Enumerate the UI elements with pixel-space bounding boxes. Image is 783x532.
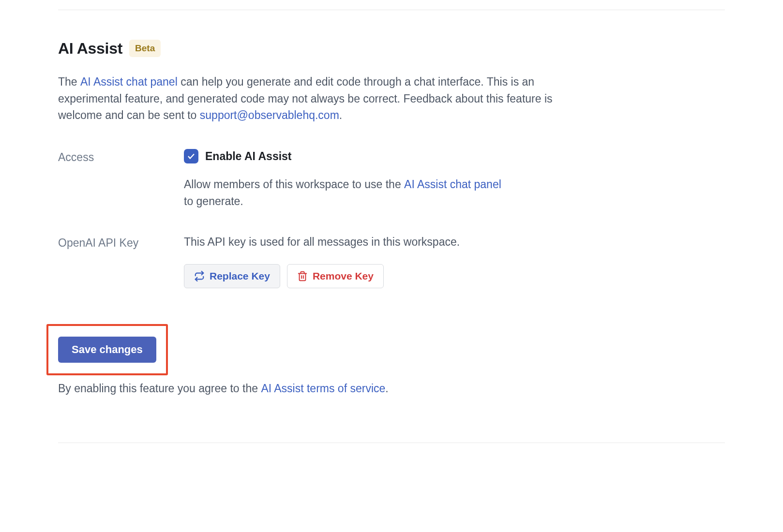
terms-suffix: . xyxy=(385,382,388,395)
api-key-hint: This API key is used for all messages in… xyxy=(184,234,503,251)
access-hint-suffix: to generate. xyxy=(184,195,243,207)
replace-key-button-label: Replace Key xyxy=(210,270,270,282)
replace-key-button[interactable]: Replace Key xyxy=(184,264,280,288)
access-label: Access xyxy=(58,148,184,166)
remove-key-button[interactable]: Remove Key xyxy=(287,264,384,288)
terms-of-service-link[interactable]: AI Assist terms of service xyxy=(261,382,385,395)
description-text-prefix: The xyxy=(58,75,80,88)
section-title: AI Assist xyxy=(58,37,122,60)
save-changes-button[interactable]: Save changes xyxy=(58,337,156,363)
access-hint-prefix: Allow members of this workspace to use t… xyxy=(184,178,404,191)
section-description: The AI Assist chat panel can help you ge… xyxy=(58,74,576,124)
support-email-link[interactable]: support@observablehq.com xyxy=(200,109,339,121)
save-button-highlight: Save changes xyxy=(46,324,168,375)
remove-key-button-label: Remove Key xyxy=(313,270,374,282)
section-divider-top xyxy=(58,10,725,10)
access-hint: Allow members of this workspace to use t… xyxy=(184,176,503,209)
ai-assist-chat-panel-link[interactable]: AI Assist chat panel xyxy=(80,75,178,88)
terms-prefix: By enabling this feature you agree to th… xyxy=(58,382,261,395)
ai-assist-chat-panel-link-2[interactable]: AI Assist chat panel xyxy=(404,178,501,191)
check-icon xyxy=(187,152,196,161)
terms-text: By enabling this feature you agree to th… xyxy=(58,380,725,397)
enable-ai-assist-checkbox[interactable] xyxy=(184,149,198,163)
replace-icon xyxy=(194,271,205,281)
beta-badge: Beta xyxy=(129,40,161,58)
description-text-suffix: . xyxy=(339,109,342,121)
enable-ai-assist-label: Enable AI Assist xyxy=(205,148,292,165)
openai-api-key-label: OpenAI API Key xyxy=(58,234,184,251)
section-divider-bottom xyxy=(58,443,725,443)
trash-icon xyxy=(297,271,308,281)
